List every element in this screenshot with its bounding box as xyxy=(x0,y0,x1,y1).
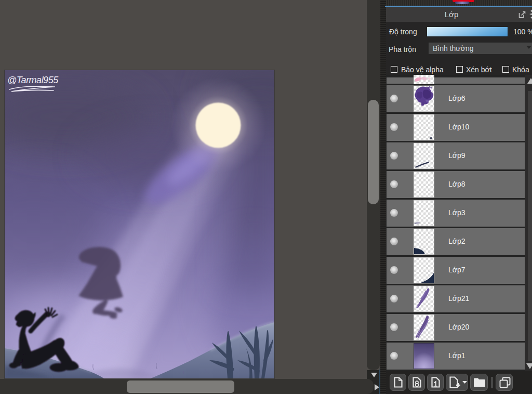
svg-text:@Tarmal955: @Tarmal955 xyxy=(7,75,59,85)
